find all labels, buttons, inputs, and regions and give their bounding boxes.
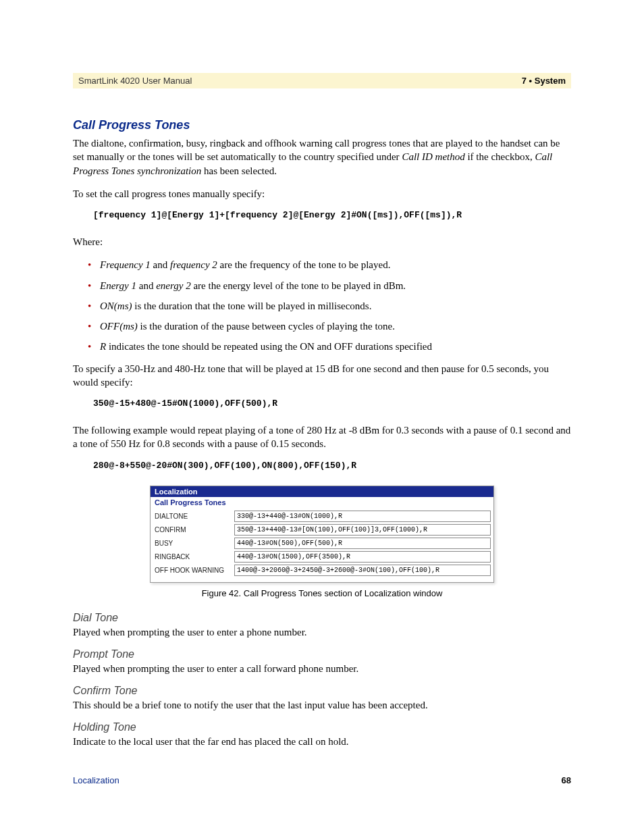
offhook-input[interactable]: 1400@-3+2060@-3+2450@-3+2600@-3#ON(100),… — [234, 565, 491, 576]
page-footer: Localization 68 — [73, 775, 571, 785]
figure-titlebar: Localization — [151, 486, 493, 497]
row-label: BUSY — [153, 540, 234, 547]
page-header-bar: SmartLink 4020 User Manual 7 • System — [73, 73, 571, 88]
term: energy 2 — [156, 280, 191, 291]
example2-paragraph: The following example would repeat playi… — [73, 423, 571, 451]
table-row: OFF HOOK WARNING 1400@-3+2060@-3+2450@-3… — [153, 565, 491, 576]
definition-list: Frequency 1 and frequency 2 are the freq… — [88, 258, 571, 353]
manual-title: SmartLink 4020 User Manual — [78, 76, 192, 86]
subsection: Prompt Tone Played when prompting the us… — [73, 648, 571, 675]
list-item: OFF(ms) is the duration of the pause bet… — [88, 319, 571, 333]
term: Frequency 1 — [100, 259, 151, 270]
intro-text-c: if the checkbox, — [465, 151, 535, 162]
section-heading: Call Progress Tones — [73, 118, 571, 132]
subsection: Holding Tone Indicate to the local user … — [73, 721, 571, 748]
confirm-input[interactable]: 350@-13+440@-13#[ON(100),OFF(100)]3,OFF(… — [234, 524, 491, 536]
subsection-text: Indicate to the local user that the far … — [73, 735, 571, 748]
list-item: R indicates the tone should be repeated … — [88, 340, 571, 353]
list-item: Energy 1 and energy 2 are the energy lev… — [88, 279, 571, 292]
text: and — [136, 280, 156, 291]
text: indicates the tone should be repeated us… — [106, 341, 432, 352]
table-row: DIALTONE 330@-13+440@-13#ON(1000),R — [153, 511, 491, 522]
example1-paragraph: To specify a 350-Hz and 480-Hz tone that… — [73, 362, 571, 390]
subsection-heading: Prompt Tone — [73, 648, 571, 660]
table-row: RINGBACK 440@-13#ON(1500),OFF(3500),R — [153, 551, 491, 563]
text: is the duration of the pause between cyc… — [138, 321, 395, 332]
figure-rows: DIALTONE 330@-13+440@-13#ON(1000),R CONF… — [151, 511, 493, 582]
term: Energy 1 — [100, 280, 136, 291]
text: is the duration that the tone will be pl… — [132, 301, 372, 311]
subsection-text: Played when prompting the user to enter … — [73, 662, 571, 675]
intro-text-e: has been selected. — [201, 165, 277, 176]
figure-subtitle: Call Progress Tones — [151, 497, 493, 511]
footer-section: Localization — [73, 775, 119, 785]
subsection-heading: Confirm Tone — [73, 685, 571, 697]
subsection-text: Played when prompting the user to enter … — [73, 625, 571, 639]
text: are the frequency of the tone to be play… — [217, 259, 391, 270]
term: frequency 2 — [170, 259, 217, 270]
table-row: BUSY 440@-13#ON(500),OFF(500),R — [153, 538, 491, 549]
term: ON(ms) — [100, 301, 132, 311]
row-label: RINGBACK — [153, 553, 234, 561]
term: OFF(ms) — [100, 321, 138, 332]
figure-caption: Figure 42. Call Progress Tones section o… — [73, 588, 571, 598]
page: SmartLink 4020 User Manual 7 • System Ca… — [0, 0, 644, 834]
row-label: CONFIRM — [153, 526, 234, 533]
subsection-heading: Dial Tone — [73, 612, 571, 624]
chapter-label: 7 • System — [522, 76, 566, 86]
where-label: Where: — [73, 235, 571, 249]
row-label: OFF HOOK WARNING — [153, 567, 234, 574]
text: are the energy level of the tone to be p… — [191, 280, 406, 291]
term: R — [100, 341, 106, 352]
subsection: Confirm Tone This should be a brief tone… — [73, 685, 571, 712]
instruction-paragraph: To set the call progress tones manually … — [73, 187, 571, 201]
ringback-input[interactable]: 440@-13#ON(1500),OFF(3500),R — [234, 551, 491, 563]
subsection: Dial Tone Played when prompting the user… — [73, 612, 571, 639]
subsection-text: This should be a brief tone to notify th… — [73, 698, 571, 712]
code-example2: 280@-8+550@-20#ON(300),OFF(100),ON(800),… — [93, 461, 571, 471]
code-example1: 350@-15+480@-15#ON(1000),OFF(500),R — [93, 398, 571, 409]
intro-paragraph: The dialtone, confirmation, busy, ringba… — [73, 136, 571, 178]
figure-localization-panel: Localization Call Progress Tones DIALTON… — [150, 486, 494, 583]
table-row: CONFIRM 350@-13+440@-13#[ON(100),OFF(100… — [153, 524, 491, 536]
dialtone-input[interactable]: 330@-13+440@-13#ON(1000),R — [234, 511, 491, 522]
list-item: Frequency 1 and frequency 2 are the freq… — [88, 258, 571, 271]
text: and — [151, 259, 170, 270]
subsection-heading: Holding Tone — [73, 721, 571, 733]
busy-input[interactable]: 440@-13#ON(500),OFF(500),R — [234, 538, 491, 549]
intro-text-b: Call ID method — [402, 151, 464, 162]
code-syntax: [frequency 1]@[Energy 1]+[frequency 2]@[… — [93, 210, 571, 220]
list-item: ON(ms) is the duration that the tone wil… — [88, 299, 571, 313]
row-label: DIALTONE — [153, 513, 234, 520]
page-number: 68 — [562, 775, 571, 785]
